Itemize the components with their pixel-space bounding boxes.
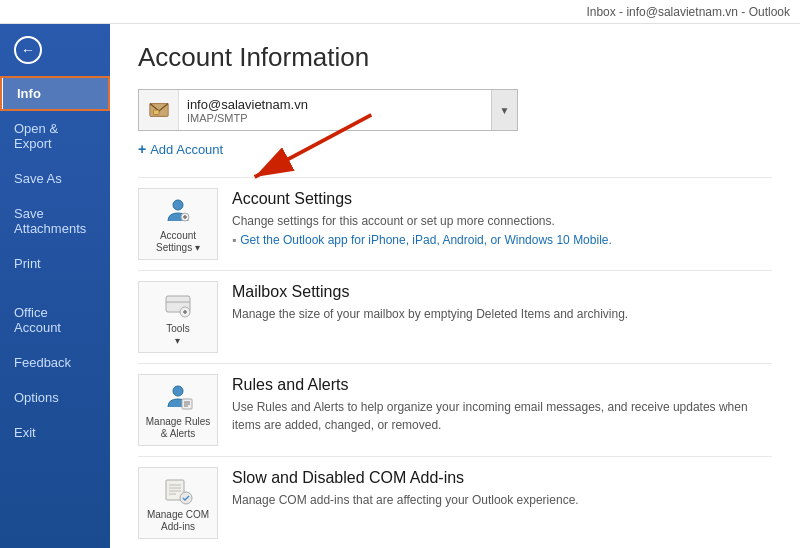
account-icon-box: [139, 90, 179, 130]
rules-alerts-text: Rules and Alerts Use Rules and Alerts to…: [232, 374, 772, 434]
svg-point-7: [173, 386, 183, 396]
rules-alerts-icon-label: Manage Rules& Alerts: [146, 416, 210, 440]
account-settings-desc: Change settings for this account or set …: [232, 212, 772, 230]
rules-alerts-desc: Use Rules and Alerts to help organize yo…: [232, 398, 772, 434]
sidebar-item-info[interactable]: Info: [0, 76, 110, 111]
section-rules-alerts: Manage Rules& Alerts Rules and Alerts Us…: [138, 363, 772, 456]
rules-alerts-icon: [162, 381, 194, 413]
account-settings-icon-box[interactable]: AccountSettings ▾: [138, 188, 218, 260]
com-addins-text: Slow and Disabled COM Add-ins Manage COM…: [232, 467, 772, 509]
account-settings-title: Account Settings: [232, 190, 772, 208]
section-mailbox-settings: Tools▾ Mailbox Settings Manage the size …: [138, 270, 772, 363]
title-bar-text: Inbox - info@salavietnam.vn - Outlook: [586, 5, 790, 19]
sidebar-item-save-as[interactable]: Save As: [0, 161, 110, 196]
mailbox-settings-text: Mailbox Settings Manage the size of your…: [232, 281, 772, 323]
account-info: info@salavietnam.vn IMAP/SMTP: [179, 93, 491, 128]
svg-rect-1: [153, 110, 159, 115]
account-settings-link[interactable]: Get the Outlook app for iPhone, iPad, An…: [232, 233, 772, 247]
sidebar-item-save-attachments[interactable]: Save Attachments: [0, 196, 110, 246]
com-addins-icon-box[interactable]: Manage COMAdd-ins: [138, 467, 218, 539]
account-type: IMAP/SMTP: [187, 112, 483, 124]
mailbox-settings-icon-box[interactable]: Tools▾: [138, 281, 218, 353]
account-selector[interactable]: info@salavietnam.vn IMAP/SMTP ▼: [138, 89, 518, 131]
add-account-button[interactable]: + Add Account: [138, 141, 772, 157]
sidebar-item-exit[interactable]: Exit: [0, 415, 110, 450]
back-icon: ←: [14, 36, 42, 64]
com-addins-title: Slow and Disabled COM Add-ins: [232, 469, 772, 487]
mailbox-settings-title: Mailbox Settings: [232, 283, 772, 301]
page-title: Account Information: [138, 42, 772, 73]
sections-grid: AccountSettings ▾ Account Settings Chang…: [138, 177, 772, 548]
account-email: info@salavietnam.vn: [187, 97, 483, 112]
main-content: Account Information info@salavietnam.vn …: [110, 24, 800, 548]
sidebar-item-print[interactable]: Print: [0, 246, 110, 281]
account-settings-icon-label: AccountSettings ▾: [156, 230, 200, 254]
sidebar-item-open-export[interactable]: Open & Export: [0, 111, 110, 161]
section-account-settings: AccountSettings ▾ Account Settings Chang…: [138, 177, 772, 270]
add-icon: +: [138, 141, 146, 157]
account-dropdown-button[interactable]: ▼: [491, 90, 517, 130]
com-addins-desc: Manage COM add-ins that are affecting yo…: [232, 491, 772, 509]
rules-alerts-icon-box[interactable]: Manage Rules& Alerts: [138, 374, 218, 446]
account-settings-icon: [162, 195, 194, 227]
mailbox-settings-icon-label: Tools▾: [166, 323, 189, 347]
sidebar: ← Info Open & Export Save As Save Attach…: [0, 24, 110, 548]
account-email-icon: [148, 99, 170, 121]
sidebar-item-office-account[interactable]: Office Account: [0, 295, 110, 345]
add-account-label: Add Account: [150, 142, 223, 157]
mailbox-settings-desc: Manage the size of your mailbox by empty…: [232, 305, 772, 323]
svg-point-2: [173, 200, 183, 210]
section-com-addins: Manage COMAdd-ins Slow and Disabled COM …: [138, 456, 772, 548]
account-settings-text: Account Settings Change settings for thi…: [232, 188, 772, 247]
sidebar-item-feedback[interactable]: Feedback: [0, 345, 110, 380]
rules-alerts-title: Rules and Alerts: [232, 376, 772, 394]
com-addins-icon-label: Manage COMAdd-ins: [147, 509, 209, 533]
com-addins-icon: [162, 474, 194, 506]
mailbox-settings-icon: [162, 288, 194, 320]
back-button[interactable]: ←: [0, 24, 110, 76]
sidebar-item-options[interactable]: Options: [0, 380, 110, 415]
